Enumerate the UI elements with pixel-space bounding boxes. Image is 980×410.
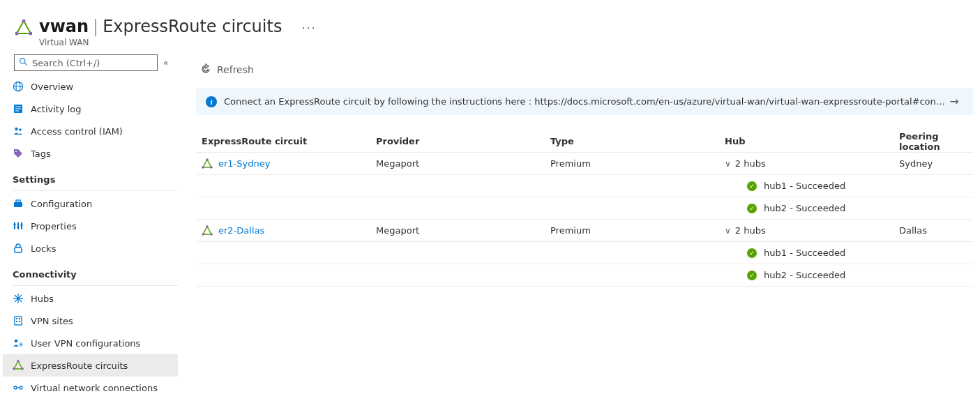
building-icon [13,315,24,326]
search-input[interactable] [28,58,153,68]
sidebar-item-vnet-connections[interactable]: Virtual network connections [3,377,178,399]
svg-line-5 [24,63,27,65]
hub-status-row: ✓ hub2 - Succeeded [196,264,973,287]
table-header-row: ExpressRoute circuit Provider Type Hub P… [196,130,973,153]
svg-point-14 [19,128,22,131]
globe-icon [13,81,24,92]
search-icon [19,57,28,68]
info-banner: i Connect an ExpressRoute circuit by fol… [196,88,973,115]
svg-point-54 [210,233,213,236]
sidebar-search[interactable] [14,54,158,71]
svg-point-15 [15,151,17,152]
expressroute-icon [13,360,24,371]
expressroute-icon [202,225,213,236]
svg-point-39 [15,340,18,343]
svg-point-51 [202,166,204,169]
svg-line-30 [15,295,17,297]
success-icon: ✓ [747,181,757,191]
svg-point-45 [14,386,17,389]
svg-point-13 [15,128,17,130]
svg-rect-16 [14,202,22,207]
properties-icon [13,220,24,231]
sidebar-item-expressroute[interactable]: ExpressRoute circuits [3,354,178,377]
col-header-provider[interactable]: Provider [370,136,545,146]
col-header-type[interactable]: Type [545,136,719,146]
people-icon [13,126,24,137]
svg-rect-35 [16,318,17,319]
toolbox-icon [13,198,24,209]
sidebar-item-activity-log[interactable]: Activity log [3,98,178,120]
chevron-down-icon[interactable]: ∨ [725,159,731,169]
page-title: ExpressRoute circuits [103,17,282,36]
sidebar-item-iam[interactable]: Access control (IAM) [3,120,178,142]
sidebar-item-tags[interactable]: Tags [3,142,178,165]
hub-status-row: ✓ hub1 - Succeeded [196,242,973,264]
svg-rect-38 [19,321,20,322]
svg-point-53 [206,225,209,228]
svg-point-40 [20,344,22,345]
hub-icon [13,293,24,304]
chevron-down-icon[interactable]: ∨ [725,226,731,236]
svg-point-42 [17,360,20,363]
success-icon: ✓ [747,271,757,280]
sidebar-item-overview[interactable]: Overview [3,75,178,98]
svg-point-49 [206,158,209,161]
svg-line-31 [20,300,22,302]
hub-status-row: ✓ hub2 - Succeeded [196,197,973,220]
sidebar-item-properties[interactable]: Properties [3,215,178,237]
collapse-sidebar-icon[interactable]: « [158,58,174,68]
svg-point-4 [20,59,25,63]
main-content: Refresh i Connect an ExpressRoute circui… [178,54,980,410]
circuits-table: ExpressRoute circuit Provider Type Hub P… [196,130,973,287]
refresh-icon [200,63,217,77]
refresh-button[interactable]: Refresh [196,61,258,79]
svg-marker-0 [17,21,31,33]
toolbar: Refresh [196,54,973,85]
info-text: Connect an ExpressRoute circuit by follo… [224,96,946,107]
svg-point-25 [17,297,20,301]
info-icon: i [206,96,217,107]
table-row[interactable]: er1-Sydney Megaport Premium ∨ 2 hubs Syd… [196,153,973,175]
svg-point-46 [20,386,22,389]
sidebar-item-user-vpn[interactable]: User VPN configurations [3,332,178,354]
arrow-right-icon[interactable]: → [946,95,963,108]
sidebar-item-configuration[interactable]: Configuration [3,192,178,215]
more-actions-icon[interactable]: ··· [282,22,316,35]
expressroute-icon [202,158,213,169]
sidebar-item-locks[interactable]: Locks [3,237,178,259]
circuit-link[interactable]: er1-Sydney [218,158,270,169]
sidebar-group-settings: Settings [3,165,178,189]
page-header: vwan | ExpressRoute circuits ··· Virtual… [0,0,980,54]
col-header-peering[interactable]: Peering location [894,131,973,152]
hub-status-row: ✓ hub1 - Succeeded [196,175,973,197]
svg-rect-17 [16,200,20,202]
resource-name: vwan [39,17,89,36]
sidebar-item-hubs[interactable]: Hubs [3,287,178,310]
vnet-icon [13,382,24,393]
lock-icon [13,243,24,254]
svg-line-33 [20,295,22,297]
tag-icon [13,148,24,159]
svg-rect-37 [16,321,17,322]
activity-log-icon [13,103,24,114]
svg-rect-23 [21,225,23,226]
user-config-icon [13,337,24,349]
col-header-hub[interactable]: Hub [719,136,894,146]
expressroute-resource-icon [15,20,32,36]
svg-rect-36 [19,318,20,319]
svg-point-44 [13,367,15,370]
col-header-circuit[interactable]: ExpressRoute circuit [196,136,370,146]
svg-rect-22 [17,227,20,228]
svg-rect-24 [15,248,22,252]
success-icon: ✓ [747,204,757,213]
circuit-link[interactable]: er2-Dallas [218,225,264,236]
sidebar-group-connectivity: Connectivity [3,259,178,284]
svg-point-50 [210,166,213,169]
svg-rect-21 [14,224,16,225]
resource-type: Virtual WAN [39,38,317,47]
table-row[interactable]: er2-Dallas Megaport Premium ∨ 2 hubs Dal… [196,220,973,242]
svg-line-32 [15,300,17,302]
svg-point-43 [21,367,24,370]
sidebar-item-vpn-sites[interactable]: VPN sites [3,310,178,332]
svg-rect-34 [15,317,22,325]
